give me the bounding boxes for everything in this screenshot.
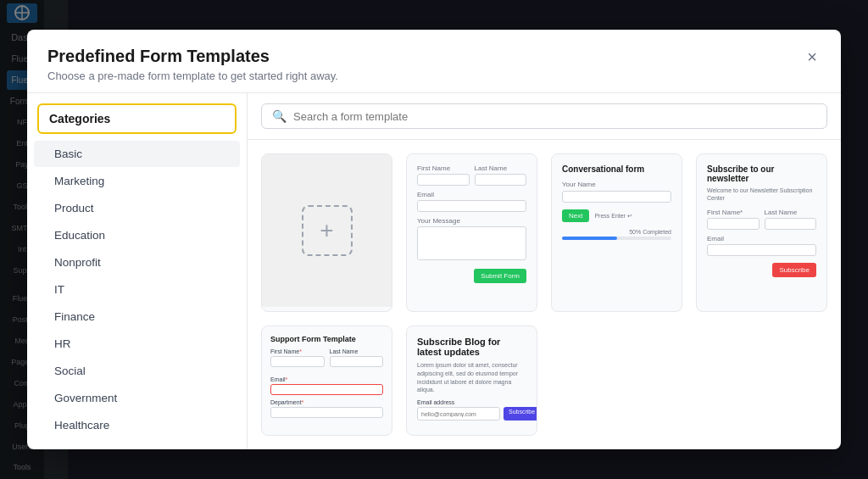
last-name-input-preview (475, 174, 527, 186)
your-name-label: Your Name (562, 181, 671, 188)
blank-template-card[interactable]: + (261, 153, 392, 312)
newsletter-inner: Subscribe to our newsletter Welcome to o… (697, 154, 826, 273)
support-email-label: Email* (270, 376, 383, 382)
newsletter-email-label: Email (707, 235, 816, 242)
message-label: Your Message (417, 217, 526, 225)
categories-header: Categories (37, 103, 236, 134)
search-icon: 🔍 (272, 109, 287, 123)
modal-title: Predefined Form Templates (47, 47, 821, 66)
progress-wrap: 50% Completed (562, 229, 671, 240)
templates-grid: + First Name Last N (248, 140, 841, 449)
progress-label: 50% Completed (562, 229, 671, 235)
next-btn-preview: Next (562, 209, 589, 222)
blog-subscribe-card[interactable]: Subscribe Blog for latest updates Lorem … (406, 326, 537, 436)
modal-subtitle: Choose a pre-made form template to get s… (47, 70, 821, 82)
category-item-finance[interactable]: Finance (34, 304, 240, 330)
search-input[interactable] (293, 110, 816, 123)
newsletter-subscribe-btn: Subscribe (772, 263, 816, 277)
your-name-input-preview (562, 191, 671, 203)
newsletter-title: Subscribe to our newsletter (707, 164, 816, 183)
newsletter-desc: Welcome to our Newsletter Subscription C… (707, 187, 816, 202)
category-item-product[interactable]: Product (34, 195, 240, 221)
last-name-label: Last Name (475, 164, 527, 172)
newsletter-first-name-input (707, 218, 760, 230)
conversational-form-card[interactable]: Conversational form Your Name Next Press… (551, 153, 682, 312)
email-label: Email (417, 191, 526, 198)
last-name-field: Last Name (475, 164, 527, 186)
blog-desc: Lorem ipsum dolor sit amet, consectur ad… (417, 361, 526, 394)
newsletter-email-input (707, 244, 816, 256)
progress-bar-fill (562, 237, 617, 240)
modal-close-button[interactable]: × (804, 45, 821, 69)
category-item-it[interactable]: IT (34, 276, 240, 303)
conv-form-inner: Conversational form Your Name Next Press… (552, 154, 682, 250)
plus-icon: + (302, 205, 353, 256)
newsletter-name-row: First Name* Last Name (707, 209, 816, 230)
category-item-nonprofit[interactable]: Nonprofit (34, 249, 240, 276)
first-name-field: First Name (417, 164, 470, 186)
support-first-name-input (270, 356, 325, 367)
support-last-name: Last Name (330, 348, 384, 371)
support-dept-input (270, 407, 383, 418)
first-name-input-preview (417, 174, 470, 186)
newsletter-last-name-label: Last Name (765, 209, 817, 216)
modal-dialog: Predefined Form Templates Choose a pre-m… (27, 30, 841, 449)
search-input-wrap: 🔍 (261, 103, 827, 129)
support-first-name-label: First Name* (270, 348, 325, 354)
blog-subscribe-inner: Subscribe Blog for latest updates Lorem … (407, 326, 537, 431)
support-form-card[interactable]: Support Form Template First Name* Last N… (261, 326, 392, 436)
support-last-name-input (330, 356, 384, 367)
category-item-marketing[interactable]: Marketing (34, 168, 240, 194)
support-name-row: First Name* Last Name (270, 348, 383, 371)
category-item-government[interactable]: Government (34, 385, 240, 411)
newsletter-card[interactable]: Subscribe to our newsletter Welcome to o… (696, 153, 827, 312)
name-row: First Name Last Name (417, 164, 526, 186)
submit-btn-preview: Submit Form (474, 269, 526, 283)
support-first-name: First Name* (270, 348, 325, 371)
newsletter-last-name-input (765, 218, 817, 230)
blank-card-inner: + (262, 154, 392, 307)
email-field: Email (417, 191, 526, 212)
first-name-label: First Name (417, 164, 470, 172)
newsletter-email-field: Email (707, 235, 816, 256)
support-form-title: Support Form Template (270, 335, 383, 343)
message-input-preview (417, 226, 526, 260)
modal-overlay: Predefined Form Templates Choose a pre-m… (0, 0, 868, 479)
blog-email-input[interactable] (417, 407, 500, 421)
category-item-hr[interactable]: HR (34, 331, 240, 357)
newsletter-first-name-label: First Name* (707, 209, 760, 216)
newsletter-first-name: First Name* (707, 209, 760, 230)
category-item-education[interactable]: Education (34, 222, 240, 248)
templates-panel: 🔍 + (248, 93, 841, 449)
message-field: Your Message (417, 217, 526, 260)
category-item-social[interactable]: Social (34, 358, 240, 384)
modal-body: Categories Basic Marketing Product Educa… (27, 93, 841, 449)
support-form-inner: Support Form Template First Name* Last N… (262, 326, 392, 431)
progress-bar-bg (562, 237, 671, 240)
contact-form-card[interactable]: First Name Last Name Email (406, 153, 537, 312)
blog-subscribe-btn: Subscribe now (504, 407, 537, 421)
search-bar: 🔍 (248, 93, 841, 140)
newsletter-last-name: Last Name (765, 209, 817, 230)
support-email-input (270, 384, 383, 395)
press-enter-label: Press Enter ↵ (594, 213, 632, 220)
support-last-name-label: Last Name (330, 348, 384, 354)
blog-email-label: Email address (417, 399, 526, 405)
categories-panel: Categories Basic Marketing Product Educa… (27, 93, 248, 449)
modal-header: Predefined Form Templates Choose a pre-m… (27, 30, 841, 93)
blog-title: Subscribe Blog for latest updates (417, 337, 526, 357)
conv-form-title: Conversational form (562, 164, 671, 174)
category-item-healthcare[interactable]: Healthcare (34, 412, 240, 438)
blog-email-row: Subscribe now (417, 407, 526, 421)
support-dept-label: Department* (270, 399, 383, 405)
category-item-basic[interactable]: Basic (34, 141, 240, 167)
contact-form-inner: First Name Last Name Email (407, 154, 537, 276)
email-input-preview (417, 200, 526, 212)
